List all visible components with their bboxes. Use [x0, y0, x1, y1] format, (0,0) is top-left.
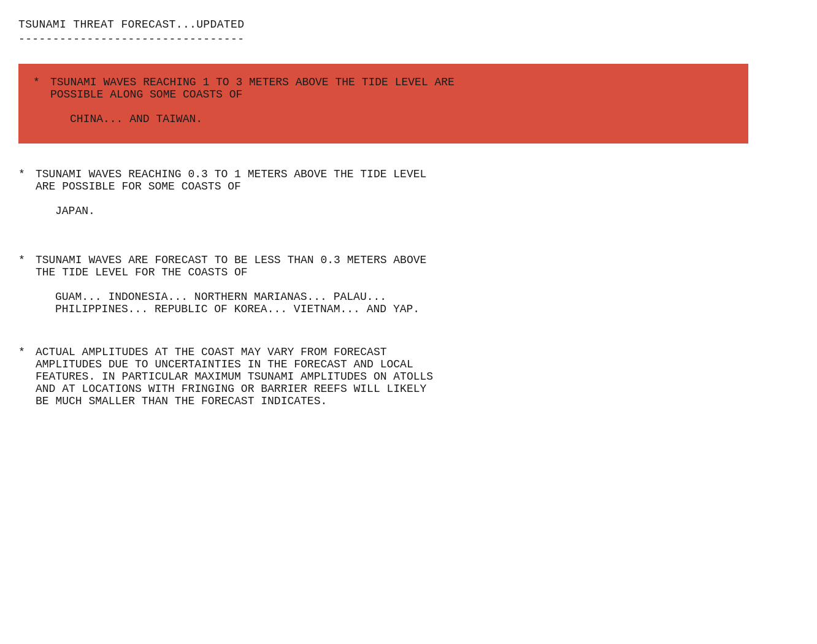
disclaimer-line5: BE MUCH SMALLER THAN THE FORECAST INDICA… — [36, 395, 433, 407]
content-wrapper: TSUNAMI THREAT FORECAST...UPDATED ------… — [12, 18, 748, 413]
medium-alert-text: TSUNAMI WAVES REACHING 0.3 TO 1 METERS A… — [36, 168, 426, 193]
low-alert-indent-line1: GUAM... INDONESIA... NORTHERN MARIANAS..… — [55, 291, 748, 303]
medium-alert-section: * TSUNAMI WAVES REACHING 0.3 TO 1 METERS… — [18, 162, 748, 229]
disclaimer-text: ACTUAL AMPLITUDES AT THE COAST MAY VARY … — [36, 346, 433, 407]
high-alert-section: * TSUNAMI WAVES REACHING 1 TO 3 METERS A… — [18, 64, 748, 144]
disclaimer-bullet-row: * ACTUAL AMPLITUDES AT THE COAST MAY VAR… — [18, 346, 748, 407]
high-alert-text: TSUNAMI WAVES REACHING 1 TO 3 METERS ABO… — [50, 76, 455, 101]
disclaimer-section: * ACTUAL AMPLITUDES AT THE COAST MAY VAR… — [18, 340, 748, 413]
medium-alert-line1: TSUNAMI WAVES REACHING 0.3 TO 1 METERS A… — [36, 168, 426, 180]
medium-alert-line2: ARE POSSIBLE FOR SOME COASTS OF — [36, 180, 426, 193]
high-alert-bullet-row: * TSUNAMI WAVES REACHING 1 TO 3 METERS A… — [33, 76, 734, 101]
disclaimer-bullet: * — [18, 346, 36, 407]
high-alert-line1: TSUNAMI WAVES REACHING 1 TO 3 METERS ABO… — [50, 76, 455, 88]
page-title: TSUNAMI THREAT FORECAST...UPDATED — [18, 18, 748, 31]
disclaimer-line1: ACTUAL AMPLITUDES AT THE COAST MAY VARY … — [36, 346, 433, 358]
high-alert-bullet: * — [33, 76, 50, 101]
low-alert-bullet: * — [18, 254, 36, 278]
medium-alert-indent: JAPAN. — [55, 205, 748, 217]
low-alert-line2: THE TIDE LEVEL FOR THE COASTS OF — [36, 266, 426, 278]
disclaimer-line4: AND AT LOCATIONS WITH FRINGING OR BARRIE… — [36, 383, 433, 395]
medium-alert-bullet-row: * TSUNAMI WAVES REACHING 0.3 TO 1 METERS… — [18, 168, 748, 193]
low-alert-line1: TSUNAMI WAVES ARE FORECAST TO BE LESS TH… — [36, 254, 426, 266]
medium-alert-bullet: * — [18, 168, 36, 193]
low-alert-section: * TSUNAMI WAVES ARE FORECAST TO BE LESS … — [18, 248, 748, 321]
disclaimer-line3: FEATURES. IN PARTICULAR MAXIMUM TSUNAMI … — [36, 370, 433, 383]
low-alert-text: TSUNAMI WAVES ARE FORECAST TO BE LESS TH… — [36, 254, 426, 278]
low-alert-indent: GUAM... INDONESIA... NORTHERN MARIANAS..… — [55, 291, 748, 315]
high-alert-indent: CHINA... AND TAIWAN. — [70, 113, 734, 125]
disclaimer-line2: AMPLITUDES DUE TO UNCERTAINTIES IN THE F… — [36, 358, 433, 370]
high-alert-line2: POSSIBLE ALONG SOME COASTS OF — [50, 88, 455, 101]
low-alert-indent-line2: PHILIPPINES... REPUBLIC OF KOREA... VIET… — [55, 303, 748, 315]
divider: --------------------------------- — [18, 33, 748, 45]
low-alert-bullet-row: * TSUNAMI WAVES ARE FORECAST TO BE LESS … — [18, 254, 748, 278]
